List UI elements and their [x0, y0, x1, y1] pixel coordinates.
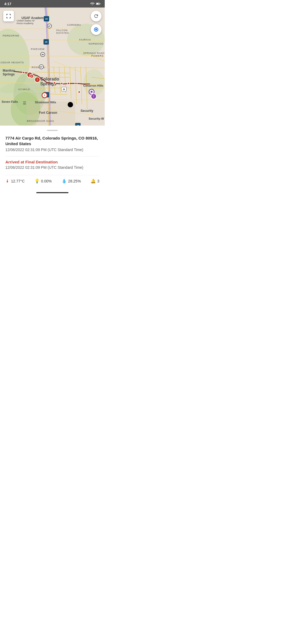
list-icon: ☰	[23, 101, 26, 105]
humidity-metric: 💧 28.25%	[61, 178, 81, 184]
highway-i25-badge-4: 25	[75, 123, 81, 126]
svg-rect-2	[100, 3, 100, 4]
arrived-timestamp: 12/06/2022 02:31:09 PM (UTC Standard Tim…	[5, 165, 99, 170]
status-icons	[90, 2, 100, 5]
address: 7774 Air Cargo Rd, Colorado Springs, CO …	[5, 135, 99, 147]
current-location-dot	[68, 102, 73, 107]
battery-value: 0.00%	[41, 179, 52, 183]
home-indicator	[0, 189, 105, 196]
incident-badge-2: 2	[30, 74, 34, 78]
battery-metric: 💡 0.00%	[34, 178, 52, 184]
locate-button[interactable]	[91, 24, 102, 35]
map-view[interactable]: USAF Academy United States AirForce Acad…	[0, 8, 105, 126]
highway-i25-badge-1: 25	[44, 16, 49, 21]
arrived-label: Arrived at Final Destination	[5, 160, 99, 164]
svg-rect-1	[96, 3, 99, 4]
route-dot-4	[60, 82, 63, 85]
info-panel: 7774 Air Cargo Rd, Colorado Springs, CO …	[0, 126, 105, 189]
temperature-value: 12.77°C	[11, 179, 25, 183]
drag-handle[interactable]	[47, 130, 58, 131]
purple-incident-marker[interactable]: !	[91, 93, 97, 99]
wifi-icon	[90, 2, 95, 5]
status-bar: 4:17	[0, 0, 105, 8]
timestamp-1: 12/06/2022 02:31:09 PM (UTC Standard Tim…	[5, 148, 99, 152]
home-bar	[36, 192, 68, 193]
alert-metric: 🔔 3	[90, 178, 99, 184]
route-dot-6	[75, 82, 77, 85]
incident-circle-1[interactable]: 1	[42, 92, 48, 98]
humidity-value: 28.25%	[68, 179, 81, 183]
status-time: 4:17	[4, 2, 11, 6]
highway-us85-badge: 85	[40, 52, 45, 57]
humidity-icon: 💧	[61, 178, 67, 184]
battery-metric-icon: 💡	[34, 178, 40, 184]
route-dot-1	[22, 71, 25, 74]
divider-1	[5, 156, 99, 156]
expand-map-button[interactable]	[3, 11, 14, 21]
route-dot-7	[78, 91, 81, 93]
highway-us87-badge-2: 87	[39, 64, 44, 69]
alert-icon: 🔔	[90, 178, 96, 184]
highway-us87-badge-1: 87	[47, 24, 52, 28]
temperature-icon: 🌡	[5, 179, 10, 184]
route-dot-5	[67, 82, 70, 85]
battery-icon	[96, 2, 100, 5]
refresh-map-button[interactable]	[91, 11, 102, 21]
route-dot-3	[53, 82, 56, 84]
highway-i25-badge-2: 25	[44, 39, 49, 45]
alert-count: 3	[97, 179, 99, 183]
temperature-metric: 🌡 12.77°C	[5, 179, 25, 184]
highway-us24-badge: 24	[61, 87, 67, 91]
svg-point-12	[95, 29, 97, 31]
metrics-row: 🌡 12.77°C 💡 0.00% 💧 28.25% 🔔 3	[5, 175, 99, 184]
incident-marker-2[interactable]: !	[34, 77, 40, 83]
